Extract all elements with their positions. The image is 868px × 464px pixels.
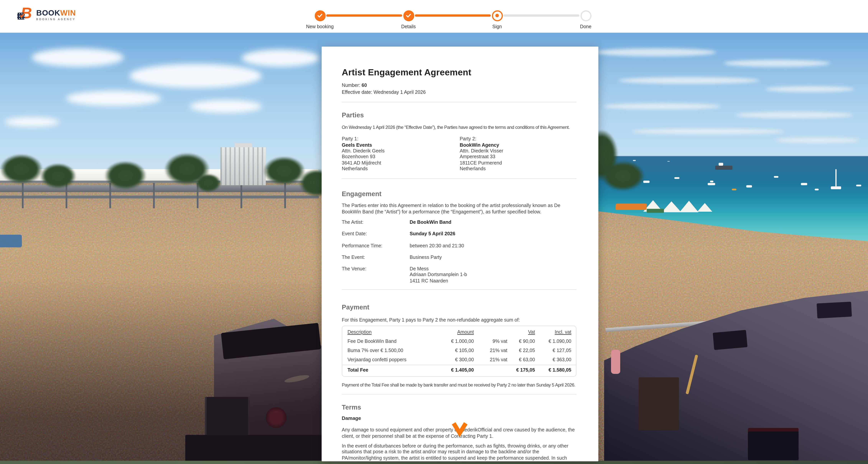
chevron-down-icon (452, 422, 468, 437)
parties-intro: On Wednesday 1 April 2026 (the “Effectiv… (342, 125, 577, 131)
section-heading-payment: Payment (342, 304, 577, 311)
dot-icon (496, 14, 499, 17)
logo-tagline: BOOKING AGENCY (36, 18, 76, 21)
cargo-ship (715, 166, 733, 170)
check-icon (406, 13, 411, 19)
check-icon: ✓ (19, 9, 27, 21)
check-icon (317, 13, 323, 19)
section-heading-engagement: Engagement (342, 191, 577, 198)
orange-banner (615, 204, 647, 210)
bookwin-logo-icon: B ✓ (17, 6, 33, 24)
payment-row-buma: Buma 7% over € 1.500,00 € 105,00 21% vat… (342, 346, 576, 355)
field-artist: The Artist: De BookWin Band (342, 219, 577, 225)
col-incl-vat: Incl. vat (539, 326, 576, 337)
hotel-building (220, 147, 266, 185)
field-venue: The Venue: De Mess Adriaan Dortsmanplein… (342, 266, 577, 284)
step-done-circle[interactable] (580, 10, 591, 21)
bookwin-app: B ✓ BOOKWIN BOOKING AGENCY New booking D… (0, 0, 868, 464)
bookwin-logo-text: BOOKWIN BOOKING AGENCY (36, 9, 76, 21)
step-details-circle[interactable] (403, 10, 414, 21)
document-title: Artist Engagement Agreement (342, 67, 577, 77)
payment-row-total: Total Fee € 1.405,00 € 175,05 € 1.580,05 (342, 365, 576, 376)
step-label-details: Details (382, 24, 434, 29)
stepper-connector-1 (326, 14, 402, 17)
stepper-connector-2 (415, 14, 491, 17)
divider (342, 179, 577, 179)
step-label-new-booking: New booking (294, 24, 346, 29)
payment-row-fee: Fee De BookWin Band € 1.000,00 9% vat € … (342, 337, 576, 346)
payment-row-confetti: Verjaardag confetti poppers € 300,00 21%… (342, 355, 576, 365)
scroll-down-chevron[interactable] (452, 422, 468, 437)
col-description: Description (342, 326, 441, 337)
engagement-fields: The Artist: De BookWin Band Event Date: … (342, 219, 577, 284)
blue-canopy (0, 235, 22, 247)
step-label-sign: Sign (471, 24, 523, 29)
payment-note: Payment of the Total Fee shall be made b… (342, 382, 577, 388)
payment-table-header-row: Description Amount Vat Incl. vat (342, 326, 576, 337)
section-heading-terms: Terms (342, 404, 577, 411)
col-vat: Vat (512, 326, 539, 337)
step-label-done: Done (560, 24, 612, 29)
party-2-block: Party 2: BookWin Agency Attn. Diederik V… (460, 136, 577, 172)
stepper-connector-3 (503, 14, 579, 17)
step-sign-circle[interactable] (492, 10, 503, 21)
col-amount: Amount (441, 326, 478, 337)
terms-subheading-damage: Damage (342, 415, 577, 421)
payment-intro: For this Engagement, Party 1 pays to Par… (342, 317, 577, 323)
terms-paragraph-disturbances: In the event of disturbances before or d… (342, 443, 577, 461)
field-event-date: Event Date: Sunday 5 April 2026 (342, 231, 577, 237)
performer (611, 350, 620, 374)
payment-table: Description Amount Vat Incl. vat Fee De … (342, 326, 577, 377)
effective-date: Effective date: Wednesday 1 April 2026 (342, 89, 577, 95)
parties-columns: Party 1: Geels Events Attn. Diederik Gee… (342, 136, 577, 172)
agreement-document-panel[interactable]: Artist Engagement Agreement Number: 60 E… (321, 47, 598, 461)
bookwin-logo[interactable]: B ✓ BOOKWIN BOOKING AGENCY (17, 6, 76, 24)
top-bar: B ✓ BOOKWIN BOOKING AGENCY New booking D… (0, 0, 868, 33)
party-1-block: Party 1: Geels Events Attn. Diederik Gee… (342, 136, 460, 172)
field-performance-time: Performance Time: between 20:30 and 21:3… (342, 243, 577, 248)
document-number: Number: 60 (342, 82, 577, 89)
sailboat-mast (835, 169, 836, 187)
field-event: The Event: Business Party (342, 254, 577, 260)
engagement-intro: The Parties enter into this Agreement in… (342, 203, 577, 215)
section-heading-parties: Parties (342, 112, 577, 119)
divider (342, 289, 577, 290)
divider (342, 102, 577, 102)
divider (342, 394, 577, 395)
step-new-booking-circle[interactable] (314, 10, 326, 21)
